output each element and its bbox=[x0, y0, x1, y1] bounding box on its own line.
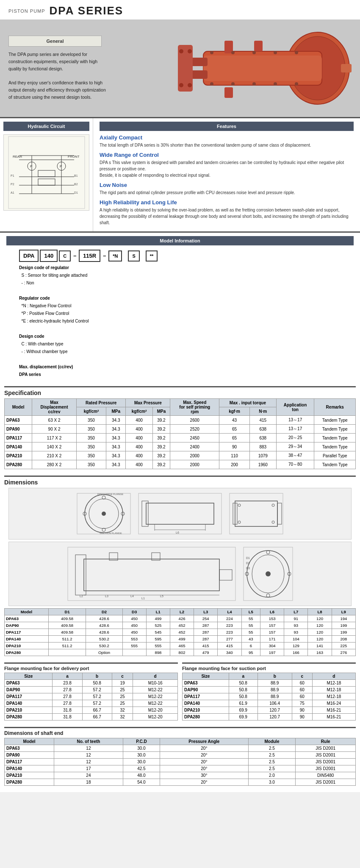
dim-table-row: DPA280Option89880247934095197166163276 bbox=[5, 649, 356, 656]
flange-suction-cell: 90 bbox=[292, 707, 312, 714]
dim-table-cell: 511.2 bbox=[48, 643, 86, 649]
svg-text:B2: B2 bbox=[74, 183, 78, 186]
flange-delivery-cell: DPA140 bbox=[5, 700, 53, 707]
model-code-star: ** bbox=[146, 250, 158, 262]
svg-text:L3: L3 bbox=[105, 595, 108, 598]
svg-text:A1: A1 bbox=[11, 191, 14, 194]
flange-suction-cell: M12-18 bbox=[312, 680, 355, 687]
spec-table-cell: 34.3 bbox=[106, 442, 126, 451]
shaft-table-cell: 20° bbox=[160, 779, 248, 786]
shaft-title: Dimensions of shaft end bbox=[4, 730, 356, 736]
spec-table-cell: 400 bbox=[126, 434, 152, 442]
legend-pos-flow: *P : Positive Flow Control bbox=[19, 310, 345, 317]
spec-table-row: DPA280280 X 235034.340039.22000200196070… bbox=[5, 460, 356, 469]
dim-th-l7: L7 bbox=[284, 609, 308, 615]
svg-text:P2: P2 bbox=[11, 183, 14, 186]
flange-suction-cell: DPA63 bbox=[183, 680, 229, 687]
feature-4-title: High Reliability and Long Life bbox=[100, 199, 354, 206]
dim-table-cell: 428.6 bbox=[86, 629, 122, 636]
dim-table-cell: 194 bbox=[332, 615, 355, 622]
flange-suction-row: DAP9050.888.960M12-18 bbox=[183, 687, 356, 693]
spec-table-cell: 63 X 2 bbox=[32, 416, 77, 425]
svg-text:L2: L2 bbox=[80, 595, 83, 598]
spec-divider bbox=[4, 386, 356, 387]
spec-table-cell: 13～17 bbox=[276, 425, 314, 434]
spec-table-cell: 2400 bbox=[170, 442, 219, 451]
model-info-header: Model Information bbox=[6, 236, 354, 245]
shaft-table-cell: 12 bbox=[54, 752, 123, 759]
svg-rect-5 bbox=[191, 70, 208, 79]
spec-th-max-speed: Max. Speedfor self primingrpm bbox=[170, 399, 219, 416]
legend-left: Design code of regulator S : Sensor for … bbox=[19, 264, 354, 378]
shaft-tbody: DPA631230.020°2.5JIS D2001DPA901230.020°… bbox=[5, 745, 356, 786]
svg-text:L4: L4 bbox=[130, 595, 134, 598]
flange-suction-divider bbox=[182, 662, 356, 664]
flange-delivery-cell: 32 bbox=[112, 714, 133, 721]
flange-delivery-cell: 31.8 bbox=[53, 707, 82, 714]
dim-front-view: DISCHARGE FLANGE SUCTION FLANGE bbox=[76, 492, 131, 535]
spec-table-cell: 400 bbox=[126, 416, 152, 425]
svg-point-16 bbox=[252, 51, 256, 54]
flange-delivery-cell: M12-22 bbox=[133, 700, 178, 707]
flange-delivery-cell: 66.7 bbox=[82, 714, 112, 721]
dim-table-cell: 595 bbox=[146, 636, 170, 643]
flange-suction-cell: 120.7 bbox=[258, 714, 292, 721]
spec-table-cell: 39.2 bbox=[152, 425, 170, 434]
shaft-table-cell: 2.5 bbox=[248, 745, 296, 752]
svg-text:FRONT: FRONT bbox=[68, 155, 80, 159]
circuit-svg: REAR FRONT P1 bbox=[6, 134, 87, 211]
dim-table-cell: DAP90 bbox=[5, 622, 49, 629]
flange-delivery-cell: DPA117 bbox=[5, 693, 53, 700]
flange-s-th-a: a bbox=[229, 673, 258, 680]
dim-table-cell: DPA210 bbox=[5, 643, 49, 649]
shaft-table-row: DPA2801854.020°3.0JIS D2001 bbox=[5, 779, 356, 786]
dim-table-cell: DPA140 bbox=[5, 636, 49, 643]
spec-table-cell: 400 bbox=[126, 460, 152, 469]
dim-table-cell: 511.2 bbox=[48, 636, 86, 643]
spec-table-cell: 350 bbox=[76, 425, 106, 434]
spec-table-cell: Tandem Type bbox=[314, 425, 356, 434]
svg-rect-25 bbox=[8, 136, 85, 209]
shaft-table-cell: 20° bbox=[160, 752, 248, 759]
dim-table-cell: 304 bbox=[260, 643, 284, 649]
svg-point-15 bbox=[231, 51, 235, 54]
flange-suction-cell: 75 bbox=[292, 700, 312, 707]
dim-th-l1: L1 bbox=[146, 609, 170, 615]
dim-table-cell: 452 bbox=[170, 629, 194, 636]
dim-table-cell: 223 bbox=[218, 622, 241, 629]
model-dash-2: － bbox=[102, 252, 107, 260]
dim-table-cell: 93 bbox=[284, 622, 308, 629]
dim-table-cell: 157 bbox=[260, 622, 284, 629]
flange-delivery-cell: DPA210 bbox=[5, 707, 53, 714]
flange-delivery-cell: 27.8 bbox=[53, 687, 82, 693]
shaft-table-cell: JIS D2001 bbox=[296, 779, 356, 786]
flange-suction-cell: DAP90 bbox=[183, 687, 229, 693]
spec-table-cell: 140 X 2 bbox=[32, 442, 77, 451]
spec-table-cell: 2450 bbox=[170, 434, 219, 442]
flange-delivery-table: Size a b c d DPA6323.850.819M10-16DAP902… bbox=[4, 673, 178, 721]
svg-text:D1: D1 bbox=[246, 556, 250, 559]
svg-point-21 bbox=[252, 82, 256, 86]
feature-1: Axially Compact The total length of DPA … bbox=[100, 134, 354, 148]
dim-table-cell: 43 bbox=[241, 636, 260, 643]
spec-table-cell: 883 bbox=[249, 442, 276, 451]
shaft-table-cell: 2.0 bbox=[248, 772, 296, 779]
dim-table-cell: 287 bbox=[194, 622, 218, 629]
spec-table-cell: DPA140 bbox=[5, 442, 32, 451]
shaft-table-cell: JIS D2001 bbox=[296, 765, 356, 772]
dimensions-section: Dimensions DISCHARGE FLANGE SUCTION FLAN… bbox=[0, 471, 360, 658]
feature-2: Wide Range of Control DPA s This valve s… bbox=[100, 152, 354, 178]
flange-delivery-cell: M10-16 bbox=[133, 680, 178, 687]
legend-design-code-label: Design code bbox=[19, 333, 345, 340]
svg-text:D2: D2 bbox=[246, 562, 250, 565]
model-dash-1: － bbox=[72, 252, 78, 260]
shaft-table-cell: 30° bbox=[160, 772, 248, 779]
spec-header-row-1: Model MaxDisplacementcc/rev Rated Pressu… bbox=[5, 399, 356, 407]
shaft-table-cell: 54.0 bbox=[123, 779, 160, 786]
flange-s-th-d: d bbox=[312, 673, 355, 680]
legend-neg-flow: *N : Negative Flow Control bbox=[19, 302, 345, 310]
model-code-c: C bbox=[59, 250, 71, 262]
shaft-table-cell: JIS D2001 bbox=[296, 745, 356, 752]
dim-table-row: DPA210511.2530.2555555465415415630412914… bbox=[5, 643, 356, 649]
spec-table-cell: Tandem Type bbox=[314, 442, 356, 451]
